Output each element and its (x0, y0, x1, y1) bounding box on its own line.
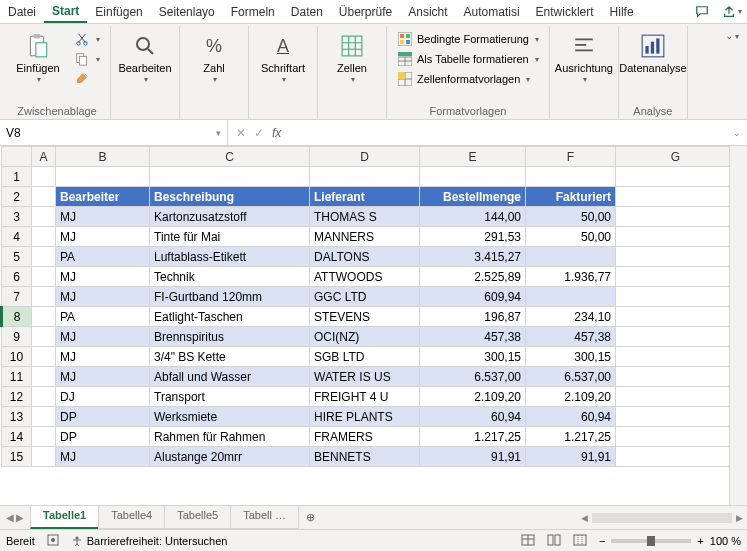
cell[interactable] (32, 287, 56, 307)
cell[interactable]: PA (56, 307, 150, 327)
cell[interactable]: MJ (56, 347, 150, 367)
select-all-corner[interactable] (2, 147, 32, 167)
row-header[interactable]: 4 (2, 227, 32, 247)
column-header[interactable]: A (32, 147, 56, 167)
sheet-nav-next[interactable]: ▶ (16, 512, 24, 523)
cell[interactable]: OCI(NZ) (310, 327, 420, 347)
cell[interactable]: MANNERS (310, 227, 420, 247)
row-header[interactable]: 13 (2, 407, 32, 427)
cell[interactable]: 3.415,27 (420, 247, 526, 267)
view-page-layout-icon[interactable] (547, 534, 561, 548)
cell[interactable]: 300,15 (526, 347, 616, 367)
row-header[interactable]: 6 (2, 267, 32, 287)
cell[interactable]: Bestellmenge (420, 187, 526, 207)
cell[interactable] (310, 167, 420, 187)
cell[interactable]: Lieferant (310, 187, 420, 207)
edit-button[interactable]: Bearbeiten (117, 30, 173, 86)
cell[interactable]: MJ (56, 207, 150, 227)
cell[interactable] (526, 247, 616, 267)
spreadsheet-grid[interactable]: ABCDEFG12BearbeiterBeschreibungLieferant… (0, 146, 729, 505)
cell[interactable]: Alustange 20mrr (150, 447, 310, 467)
cell[interactable] (616, 447, 730, 467)
cell[interactable] (32, 187, 56, 207)
cell[interactable]: Brennspiritus (150, 327, 310, 347)
cell[interactable] (526, 287, 616, 307)
cell[interactable]: STEVENS (310, 307, 420, 327)
cell[interactable]: Werksmiete (150, 407, 310, 427)
cell[interactable]: Technik (150, 267, 310, 287)
row-header[interactable]: 10 (2, 347, 32, 367)
fx-icon[interactable]: fx (272, 126, 281, 140)
cell[interactable]: 50,00 (526, 227, 616, 247)
cell[interactable]: DALTONS (310, 247, 420, 267)
zoom-in-button[interactable]: + (697, 535, 703, 547)
zoom-out-button[interactable]: − (599, 535, 605, 547)
cell[interactable] (616, 307, 730, 327)
sheet-tab[interactable]: Tabelle4 (98, 506, 165, 529)
cell[interactable] (150, 167, 310, 187)
cell[interactable] (616, 227, 730, 247)
cut-button[interactable] (70, 30, 104, 48)
row-header[interactable]: 12 (2, 387, 32, 407)
cell[interactable] (32, 267, 56, 287)
menu-tab-start[interactable]: Start (44, 0, 87, 23)
vertical-scrollbar[interactable] (729, 146, 747, 505)
sheet-tab[interactable]: Tabell … (230, 506, 299, 529)
horizontal-scrollbar[interactable]: ◀ ▶ (323, 513, 747, 523)
cell[interactable]: 144,00 (420, 207, 526, 227)
column-header[interactable]: E (420, 147, 526, 167)
cell[interactable]: 196,87 (420, 307, 526, 327)
cell[interactable]: 300,15 (420, 347, 526, 367)
cell[interactable]: 1.936,77 (526, 267, 616, 287)
column-header[interactable]: G (616, 147, 730, 167)
formula-expand-button[interactable]: ⌄ (727, 128, 747, 138)
cell[interactable]: GGC LTD (310, 287, 420, 307)
cell[interactable]: Fakturiert (526, 187, 616, 207)
menu-tab-hilfe[interactable]: Hilfe (602, 0, 642, 23)
cell[interactable] (32, 387, 56, 407)
cell[interactable]: 6.537,00 (420, 367, 526, 387)
menu-tab-seitenlayo[interactable]: Seitenlayo (151, 0, 223, 23)
cell[interactable]: 457,38 (420, 327, 526, 347)
font-button[interactable]: A Schriftart (255, 30, 311, 86)
cell[interactable] (616, 387, 730, 407)
cell[interactable]: FRAMERS (310, 427, 420, 447)
number-format-button[interactable]: % Zahl (186, 30, 242, 86)
zoom-level[interactable]: 100 % (710, 535, 741, 547)
cell[interactable] (616, 187, 730, 207)
cell[interactable]: FREIGHT 4 U (310, 387, 420, 407)
cell[interactable] (420, 167, 526, 187)
menu-tab-überprüfe[interactable]: Überprüfe (331, 0, 400, 23)
row-header[interactable]: 9 (2, 327, 32, 347)
cell[interactable]: HIRE PLANTS (310, 407, 420, 427)
row-header[interactable]: 1 (2, 167, 32, 187)
cell[interactable] (32, 247, 56, 267)
cell[interactable]: Kartonzusatzstoff (150, 207, 310, 227)
share-button[interactable] (717, 0, 747, 23)
cell[interactable] (32, 307, 56, 327)
cell[interactable] (56, 167, 150, 187)
cell[interactable]: Luftablass-Etikett (150, 247, 310, 267)
row-header[interactable]: 3 (2, 207, 32, 227)
cell[interactable]: THOMAS S (310, 207, 420, 227)
cell[interactable]: DP (56, 407, 150, 427)
cell[interactable]: 1.217,25 (420, 427, 526, 447)
cell[interactable]: 91,91 (420, 447, 526, 467)
cell[interactable]: FI-Gurtband 120mm (150, 287, 310, 307)
cell[interactable]: BENNETS (310, 447, 420, 467)
row-header[interactable]: 2 (2, 187, 32, 207)
cell[interactable]: PA (56, 247, 150, 267)
cell[interactable]: 50,00 (526, 207, 616, 227)
row-header[interactable]: 7 (2, 287, 32, 307)
sheet-tab[interactable]: Tabelle1 (30, 506, 99, 529)
cell[interactable]: 291,53 (420, 227, 526, 247)
cells-button[interactable]: Zellen (324, 30, 380, 86)
menu-tab-einfügen[interactable]: Einfügen (87, 0, 150, 23)
cell[interactable]: MJ (56, 447, 150, 467)
cell[interactable] (616, 327, 730, 347)
paste-button[interactable]: Einfügen (10, 30, 66, 86)
cell[interactable]: WATER IS US (310, 367, 420, 387)
cell[interactable] (616, 267, 730, 287)
cell[interactable]: Eatlight-Taschen (150, 307, 310, 327)
cell[interactable] (616, 167, 730, 187)
